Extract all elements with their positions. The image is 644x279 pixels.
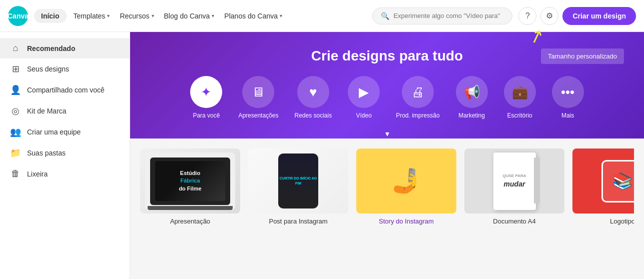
nav-templates[interactable]: Templates ▾ — [69, 9, 115, 23]
hero-section: Crie designs para tudo Tamanho personali… — [130, 32, 644, 138]
marketing-icon-circle: 📢 — [456, 76, 488, 108]
settings-button[interactable]: ⚙ — [540, 7, 558, 25]
sidebar: ⌂ Recomendado ⊞ Seus designs 👤 Compartil… — [0, 32, 130, 279]
hero-icon-apresentacoes[interactable]: 🖥 Apresentações — [238, 76, 278, 119]
card-story-instagram-image: 🤳 — [356, 148, 456, 214]
book-icon: 📚 — [612, 172, 632, 190]
hero-icon-mais[interactable]: ••• Mais — [552, 76, 584, 119]
nav-recursos[interactable]: Recursos ▾ — [115, 9, 159, 23]
search-icon: 🔍 — [381, 12, 389, 20]
nav-home[interactable]: Início — [34, 9, 67, 23]
search-bar: 🔍 — [372, 8, 512, 24]
hero-icon-para-voce[interactable]: ✦ Para você — [190, 76, 222, 119]
escritorio-icon-circle: 💼 — [504, 76, 536, 108]
card-post-instagram-label: Post para Instagram — [248, 218, 348, 225]
chevron-down-icon: ▾ — [152, 13, 154, 18]
shared-icon: 👤 — [10, 84, 21, 96]
card-story-instagram[interactable]: 🤳 Story do Instagram — [356, 148, 456, 225]
header-icons: ? ⚙ — [518, 7, 558, 25]
hero-bottom-arrow: ▾ — [150, 129, 624, 138]
card-apresentacao-label: Apresentação — [140, 218, 240, 225]
trash-icon: 🗑 — [10, 168, 21, 179]
home-icon: ⌂ — [10, 43, 21, 54]
prod-impressao-icon-circle: 🖨 — [402, 76, 434, 108]
apresentacoes-icon-circle: 🖥 — [242, 76, 274, 108]
header: Canva Início Templates ▾ Recursos ▾ Blog… — [0, 0, 644, 32]
sidebar-item-kit-marca[interactable]: ◎ Kit de Marca — [0, 100, 130, 122]
card-post-instagram[interactable]: CURTIR DO INÍCIO AO FIM Post para Instag… — [248, 148, 348, 225]
folder-icon: 📁 — [10, 148, 21, 158]
team-icon: 👥 — [10, 126, 21, 138]
sidebar-item-seus-designs[interactable]: ⊞ Seus designs — [0, 58, 130, 80]
chevron-down-icon: ▾ — [107, 13, 110, 18]
sidebar-item-compartilhado[interactable]: 👤 Compartilhado com você — [0, 80, 130, 100]
nav-blog[interactable]: Blog do Canva ▾ — [159, 9, 220, 23]
nav-planos[interactable]: Planos do Canva ▾ — [219, 9, 287, 23]
logo-text: Canva — [8, 12, 29, 20]
hand-holding-phone-icon: 🤳 — [391, 167, 421, 195]
mais-icon-circle: ••• — [552, 76, 584, 108]
hero-icon-redes-sociais[interactable]: ♥ Redes sociais — [294, 76, 332, 119]
hero-title: Crie designs para tudo — [308, 48, 466, 64]
chevron-down-icon: ▾ — [280, 13, 282, 18]
canva-logo[interactable]: Canva — [8, 6, 28, 26]
hero-icon-marketing[interactable]: 📢 Marketing — [456, 76, 488, 119]
sidebar-item-recomendado[interactable]: ⌂ Recomendado — [0, 38, 130, 58]
card-documento-a4[interactable]: QUSE PARA mudar Documento A4 — [464, 148, 564, 225]
card-apresentacao[interactable]: Estúdio Fábrica do Filme Apresentação — [140, 148, 240, 225]
video-icon-circle: ▶ — [348, 76, 380, 108]
hero-icon-prod-impressao[interactable]: 🖨 Prod. impressão — [396, 76, 439, 119]
brand-icon: ◎ — [10, 106, 21, 116]
hero-top: Crie designs para tudo Tamanho personali… — [150, 48, 624, 64]
help-button[interactable]: ? — [518, 7, 536, 25]
sidebar-item-criar-equipe[interactable]: 👥 Criar uma equipe — [0, 122, 130, 142]
hero-icon-escritorio[interactable]: 💼 Escritório — [504, 76, 536, 119]
chevron-down-icon: ▾ — [212, 13, 214, 18]
sidebar-item-lixeira[interactable]: 🗑 Lixeira — [0, 164, 130, 184]
sidebar-item-suas-pastas[interactable]: 📁 Suas pastas — [0, 142, 130, 164]
para-voce-icon-circle: ✦ — [190, 76, 222, 108]
card-documento-a4-image: QUSE PARA mudar — [464, 148, 564, 214]
cards-section: Estúdio Fábrica do Filme Apresentação — [130, 138, 644, 235]
card-story-instagram-label: Story do Instagram — [356, 218, 456, 225]
main-content: Crie designs para tudo Tamanho personali… — [130, 32, 644, 279]
card-documento-a4-label: Documento A4 — [464, 218, 564, 225]
card-logotipo-image: 📚 — [572, 148, 634, 214]
cards-row: Estúdio Fábrica do Filme Apresentação — [140, 148, 634, 225]
hero-icon-video[interactable]: ▶ Vídeo — [348, 76, 380, 119]
app-body: ⌂ Recomendado ⊞ Seus designs 👤 Compartil… — [0, 32, 644, 279]
card-post-instagram-image: CURTIR DO INÍCIO AO FIM — [248, 148, 348, 214]
custom-size-button[interactable]: Tamanho personalizado — [541, 48, 624, 64]
card-logotipo-label: Logotipo — [572, 218, 634, 225]
create-design-button[interactable]: Criar um design — [562, 7, 636, 25]
search-input[interactable] — [393, 12, 504, 20]
card-logotipo[interactable]: 📚 Logotipo — [572, 148, 634, 225]
card-apresentacao-image: Estúdio Fábrica do Filme — [140, 148, 240, 214]
redes-sociais-icon-circle: ♥ — [297, 76, 329, 108]
hero-category-icons: ✦ Para você 🖥 Apresentações ♥ Redes soci… — [150, 76, 624, 127]
grid-icon: ⊞ — [10, 64, 21, 74]
